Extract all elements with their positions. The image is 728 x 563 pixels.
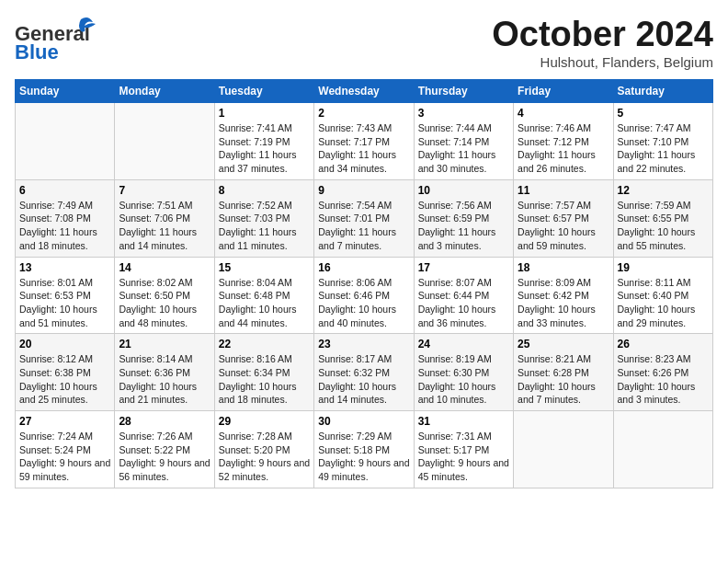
calendar-cell: 1Sunrise: 7:41 AM Sunset: 7:19 PM Daylig… xyxy=(214,103,313,180)
day-number: 10 xyxy=(418,184,509,197)
calendar-cell: 26Sunrise: 8:23 AM Sunset: 6:26 PM Dayli… xyxy=(613,334,712,411)
week-row-1: 1Sunrise: 7:41 AM Sunset: 7:19 PM Daylig… xyxy=(16,103,713,180)
calendar-cell: 25Sunrise: 8:21 AM Sunset: 6:28 PM Dayli… xyxy=(514,334,613,411)
day-number: 22 xyxy=(219,338,310,350)
calendar-cell: 14Sunrise: 8:02 AM Sunset: 6:50 PM Dayli… xyxy=(115,257,214,334)
day-number: 25 xyxy=(518,338,609,350)
calendar-cell: 15Sunrise: 8:04 AM Sunset: 6:48 PM Dayli… xyxy=(214,257,313,334)
day-info: Sunrise: 7:52 AM Sunset: 7:03 PM Dayligh… xyxy=(219,199,310,253)
day-number: 29 xyxy=(219,415,310,428)
day-info: Sunrise: 8:07 AM Sunset: 6:44 PM Dayligh… xyxy=(418,276,509,330)
day-number: 21 xyxy=(119,338,210,350)
calendar-cell: 7Sunrise: 7:51 AM Sunset: 7:06 PM Daylig… xyxy=(115,179,214,257)
day-info: Sunrise: 7:49 AM Sunset: 7:08 PM Dayligh… xyxy=(19,199,110,253)
week-row-5: 27Sunrise: 7:24 AM Sunset: 5:24 PM Dayli… xyxy=(16,411,713,488)
day-info: Sunrise: 8:06 AM Sunset: 6:46 PM Dayligh… xyxy=(318,276,409,330)
calendar-cell xyxy=(613,411,712,488)
day-number: 8 xyxy=(219,184,310,197)
weekday-header-sunday: Sunday xyxy=(16,80,115,103)
day-number: 31 xyxy=(418,415,509,428)
calendar-cell: 28Sunrise: 7:26 AM Sunset: 5:22 PM Dayli… xyxy=(115,411,214,488)
day-info: Sunrise: 7:47 AM Sunset: 7:10 PM Dayligh… xyxy=(618,121,709,176)
day-info: Sunrise: 7:51 AM Sunset: 7:06 PM Dayligh… xyxy=(119,199,210,253)
calendar-cell: 16Sunrise: 8:06 AM Sunset: 6:46 PM Dayli… xyxy=(314,257,414,334)
weekday-header-tuesday: Tuesday xyxy=(214,80,313,103)
day-number: 19 xyxy=(618,261,709,274)
week-row-3: 13Sunrise: 8:01 AM Sunset: 6:53 PM Dayli… xyxy=(16,257,713,334)
calendar-cell xyxy=(115,103,214,180)
day-info: Sunrise: 8:16 AM Sunset: 6:34 PM Dayligh… xyxy=(219,352,310,407)
day-info: Sunrise: 8:21 AM Sunset: 6:28 PM Dayligh… xyxy=(518,352,609,407)
day-info: Sunrise: 7:31 AM Sunset: 5:17 PM Dayligh… xyxy=(418,430,509,484)
calendar-cell: 13Sunrise: 8:01 AM Sunset: 6:53 PM Dayli… xyxy=(16,257,115,334)
calendar-cell: 8Sunrise: 7:52 AM Sunset: 7:03 PM Daylig… xyxy=(214,179,313,257)
day-info: Sunrise: 7:28 AM Sunset: 5:20 PM Dayligh… xyxy=(219,430,310,484)
day-info: Sunrise: 7:26 AM Sunset: 5:22 PM Dayligh… xyxy=(119,430,210,484)
day-number: 27 xyxy=(19,415,110,428)
week-row-2: 6Sunrise: 7:49 AM Sunset: 7:08 PM Daylig… xyxy=(16,179,713,257)
day-number: 1 xyxy=(219,107,310,120)
calendar-cell: 30Sunrise: 7:29 AM Sunset: 5:18 PM Dayli… xyxy=(314,411,414,488)
day-info: Sunrise: 8:01 AM Sunset: 6:53 PM Dayligh… xyxy=(19,276,110,330)
calendar-cell: 23Sunrise: 8:17 AM Sunset: 6:32 PM Dayli… xyxy=(314,334,414,411)
calendar-cell: 2Sunrise: 7:43 AM Sunset: 7:17 PM Daylig… xyxy=(314,103,414,180)
day-info: Sunrise: 7:59 AM Sunset: 6:55 PM Dayligh… xyxy=(618,199,709,253)
day-number: 20 xyxy=(19,338,110,350)
day-info: Sunrise: 7:41 AM Sunset: 7:19 PM Dayligh… xyxy=(219,121,310,176)
logo: General Blue xyxy=(15,15,97,61)
weekday-header-wednesday: Wednesday xyxy=(314,80,414,103)
day-info: Sunrise: 7:43 AM Sunset: 7:17 PM Dayligh… xyxy=(318,121,409,176)
calendar-cell: 22Sunrise: 8:16 AM Sunset: 6:34 PM Dayli… xyxy=(214,334,313,411)
calendar-cell xyxy=(514,411,613,488)
day-info: Sunrise: 8:09 AM Sunset: 6:42 PM Dayligh… xyxy=(518,276,609,330)
calendar-cell: 11Sunrise: 7:57 AM Sunset: 6:57 PM Dayli… xyxy=(514,179,613,257)
calendar-cell: 10Sunrise: 7:56 AM Sunset: 6:59 PM Dayli… xyxy=(414,179,513,257)
calendar-table: SundayMondayTuesdayWednesdayThursdayFrid… xyxy=(15,79,713,488)
calendar-cell: 9Sunrise: 7:54 AM Sunset: 7:01 PM Daylig… xyxy=(314,179,414,257)
calendar-cell: 21Sunrise: 8:14 AM Sunset: 6:36 PM Dayli… xyxy=(115,334,214,411)
calendar-cell: 31Sunrise: 7:31 AM Sunset: 5:17 PM Dayli… xyxy=(414,411,513,488)
day-info: Sunrise: 8:04 AM Sunset: 6:48 PM Dayligh… xyxy=(219,276,310,330)
svg-text:Blue: Blue xyxy=(15,40,59,61)
calendar-cell: 4Sunrise: 7:46 AM Sunset: 7:12 PM Daylig… xyxy=(514,103,613,180)
day-info: Sunrise: 7:57 AM Sunset: 6:57 PM Dayligh… xyxy=(518,199,609,253)
week-row-4: 20Sunrise: 8:12 AM Sunset: 6:38 PM Dayli… xyxy=(16,334,713,411)
day-number: 3 xyxy=(418,107,509,120)
day-number: 23 xyxy=(318,338,409,350)
day-number: 9 xyxy=(318,184,409,197)
day-number: 7 xyxy=(119,184,210,197)
calendar-cell: 12Sunrise: 7:59 AM Sunset: 6:55 PM Dayli… xyxy=(613,179,712,257)
location-subtitle: Hulshout, Flanders, Belgium xyxy=(492,54,713,70)
day-info: Sunrise: 8:23 AM Sunset: 6:26 PM Dayligh… xyxy=(618,352,709,407)
day-info: Sunrise: 7:29 AM Sunset: 5:18 PM Dayligh… xyxy=(318,430,409,484)
weekday-header-monday: Monday xyxy=(115,80,214,103)
calendar-cell: 5Sunrise: 7:47 AM Sunset: 7:10 PM Daylig… xyxy=(613,103,712,180)
page-header: General Blue October 2024 Hulshout, Flan… xyxy=(15,15,713,70)
calendar-cell: 27Sunrise: 7:24 AM Sunset: 5:24 PM Dayli… xyxy=(16,411,115,488)
day-number: 12 xyxy=(618,184,709,197)
day-number: 5 xyxy=(618,107,709,120)
day-number: 15 xyxy=(219,261,310,274)
day-info: Sunrise: 8:11 AM Sunset: 6:40 PM Dayligh… xyxy=(618,276,709,330)
day-info: Sunrise: 8:02 AM Sunset: 6:50 PM Dayligh… xyxy=(119,276,210,330)
title-section: October 2024 Hulshout, Flanders, Belgium xyxy=(492,15,713,70)
day-number: 4 xyxy=(518,107,609,120)
calendar-cell: 17Sunrise: 8:07 AM Sunset: 6:44 PM Dayli… xyxy=(414,257,513,334)
weekday-header-row: SundayMondayTuesdayWednesdayThursdayFrid… xyxy=(16,80,713,103)
weekday-header-friday: Friday xyxy=(514,80,613,103)
weekday-header-thursday: Thursday xyxy=(414,80,513,103)
day-info: Sunrise: 7:46 AM Sunset: 7:12 PM Dayligh… xyxy=(518,121,609,176)
day-info: Sunrise: 8:17 AM Sunset: 6:32 PM Dayligh… xyxy=(318,352,409,407)
day-info: Sunrise: 8:12 AM Sunset: 6:38 PM Dayligh… xyxy=(19,352,110,407)
day-number: 14 xyxy=(119,261,210,274)
day-info: Sunrise: 8:19 AM Sunset: 6:30 PM Dayligh… xyxy=(418,352,509,407)
day-number: 28 xyxy=(119,415,210,428)
calendar-cell: 19Sunrise: 8:11 AM Sunset: 6:40 PM Dayli… xyxy=(613,257,712,334)
calendar-cell: 18Sunrise: 8:09 AM Sunset: 6:42 PM Dayli… xyxy=(514,257,613,334)
day-info: Sunrise: 7:56 AM Sunset: 6:59 PM Dayligh… xyxy=(418,199,509,253)
day-number: 30 xyxy=(318,415,409,428)
weekday-header-saturday: Saturday xyxy=(613,80,712,103)
logo-bird-icon: General Blue xyxy=(15,15,97,61)
calendar-cell: 29Sunrise: 7:28 AM Sunset: 5:20 PM Dayli… xyxy=(214,411,313,488)
day-info: Sunrise: 8:14 AM Sunset: 6:36 PM Dayligh… xyxy=(119,352,210,407)
